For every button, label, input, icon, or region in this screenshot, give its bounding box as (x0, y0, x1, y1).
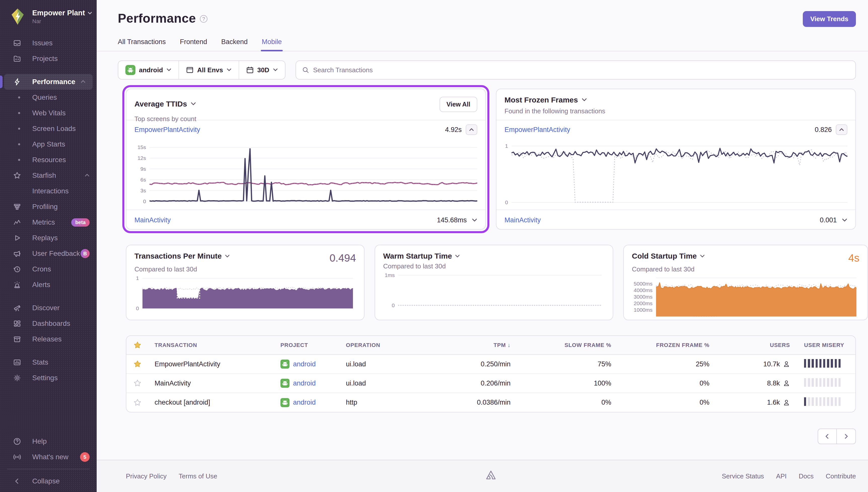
sidebar-item-discover[interactable]: Discover (0, 300, 97, 316)
gear-icon (13, 374, 21, 382)
footer-link-privacy-policy[interactable]: Privacy Policy (126, 472, 167, 480)
sidebar-item-web-vitals[interactable]: Web Vitals (0, 105, 97, 121)
help-circle-icon[interactable]: ? (200, 15, 207, 23)
widget-title[interactable]: Average TTIDs (134, 100, 196, 108)
bullet-icon (18, 112, 20, 114)
sidebar-item-settings[interactable]: Settings (0, 370, 97, 386)
date-filter[interactable]: 30D (239, 61, 285, 79)
environment-filter[interactable]: All Envs (178, 61, 239, 79)
transaction-link[interactable]: MainActivity (148, 374, 273, 393)
user-icon (783, 399, 790, 406)
tpm-cell: 0.206/min (444, 374, 517, 393)
user-misery-bars (804, 378, 841, 387)
column-header-tpm[interactable]: TPM ↓ (444, 336, 517, 354)
bullet-icon (18, 143, 20, 145)
sidebar-item-help[interactable]: Help (0, 434, 97, 449)
sidebar-item-profiling[interactable]: Profiling (0, 199, 97, 215)
sidebar-item-metrics[interactable]: Metricsbeta (0, 215, 97, 230)
sidebar-item-stats[interactable]: Stats (0, 354, 97, 370)
column-header-transaction[interactable]: TRANSACTION (148, 336, 273, 354)
cold-startup-chart: 1000ms2000ms3000ms4000ms5000ms (632, 273, 860, 320)
svg-text:2000ms: 2000ms (634, 300, 653, 306)
badge: B (81, 249, 90, 258)
svg-text:9s: 9s (141, 166, 146, 172)
sidebar-nav: IssuesProjectsPerformanceQueriesWeb Vita… (0, 35, 97, 386)
transaction-link[interactable]: MainActivity (505, 216, 541, 224)
project-link[interactable]: android (280, 379, 332, 388)
footer-link-contribute[interactable]: Contribute (826, 472, 856, 480)
widget-subtitle: Compared to last 30d (134, 265, 356, 273)
footer-link-api[interactable]: API (776, 472, 787, 480)
view-trends-button[interactable]: View Trends (803, 11, 856, 27)
star-icon[interactable] (133, 379, 142, 387)
user-icon (783, 361, 790, 368)
user-misery-cell (797, 393, 856, 412)
sidebar-item-performance[interactable]: Performance (4, 74, 93, 90)
tab-mobile[interactable]: Mobile (262, 38, 282, 51)
user-misery-cell (797, 374, 856, 393)
widget-title[interactable]: Most Frozen Frames (505, 96, 587, 104)
previous-page-button[interactable] (818, 428, 837, 444)
column-header-operation[interactable]: OPERATION (339, 336, 444, 354)
search-transactions[interactable] (296, 60, 856, 79)
transaction-link[interactable]: EmpowerPlantActivity (148, 354, 273, 374)
broadcast-icon (13, 453, 21, 461)
sidebar-item-collapse[interactable]: Collapse (0, 473, 97, 489)
collapse-row-button[interactable] (836, 124, 847, 135)
sidebar-item-alerts[interactable]: Alerts (0, 277, 97, 293)
column-header-user-misery[interactable]: USER MISERY (797, 336, 856, 354)
column-header-frozen-frame-[interactable]: FROZEN FRAME % (618, 336, 716, 354)
page-filter-bar: android All Envs 30D (118, 60, 285, 79)
sidebar-item-replays[interactable]: Replays (0, 230, 97, 246)
search-input[interactable] (313, 66, 849, 74)
warm-startup-chart: 01ms (383, 270, 605, 310)
tab-frontend[interactable]: Frontend (180, 38, 207, 51)
footer-link-docs[interactable]: Docs (799, 472, 814, 480)
sidebar-item-releases[interactable]: Releases (0, 331, 97, 347)
expand-row-chevron[interactable] (842, 217, 847, 223)
sidebar-item-user-feedback[interactable]: User FeedbackB (0, 246, 97, 261)
widget-title[interactable]: Cold Startup Time (632, 252, 705, 260)
sidebar-item-dashboards[interactable]: Dashboards (0, 316, 97, 331)
project-link[interactable]: android (280, 360, 332, 369)
sidebar-item-starfish[interactable]: Starfish (0, 168, 97, 183)
footer-link-terms-of-use[interactable]: Terms of Use (179, 472, 217, 480)
bullet-icon (18, 96, 20, 98)
footer-link-service-status[interactable]: Service Status (722, 472, 764, 480)
sidebar-item-screen-loads[interactable]: Screen Loads (0, 121, 97, 137)
column-header-project[interactable]: PROJECT (273, 336, 339, 354)
next-page-button[interactable] (837, 428, 856, 444)
project-link[interactable]: android (280, 398, 332, 407)
star-icon[interactable] (133, 399, 142, 407)
profiling-icon (13, 203, 21, 211)
tpm-cell: 0.0386/min (444, 393, 517, 412)
widget-title[interactable]: Warm Startup Time (383, 252, 460, 260)
org-switcher[interactable]: Empower Plant Nar (0, 0, 97, 26)
sidebar-item-resources[interactable]: Resources (0, 152, 97, 168)
transaction-link[interactable]: EmpowerPlantActivity (505, 126, 570, 134)
app-root: Empower Plant Nar IssuesProjectsPerforma… (0, 0, 868, 492)
star-icon[interactable] (133, 341, 142, 349)
transaction-link[interactable]: MainActivity (134, 216, 171, 224)
sidebar-item-app-starts[interactable]: App Starts (0, 137, 97, 152)
sidebar-item-whats-new[interactable]: What's new5 (0, 449, 97, 465)
sidebar-item-queries[interactable]: Queries (0, 90, 97, 105)
sidebar-item-projects[interactable]: Projects (0, 51, 97, 67)
sidebar-item-interactions[interactable]: Interactions (0, 183, 97, 199)
tab-backend[interactable]: Backend (221, 38, 248, 51)
column-header-users[interactable]: USERS (716, 336, 797, 354)
sort-descending-icon[interactable]: ↓ (508, 342, 511, 348)
sidebar-item-crons[interactable]: Crons (0, 261, 97, 277)
tab-all-transactions[interactable]: All Transactions (118, 38, 166, 51)
view-all-button[interactable]: View All (439, 97, 477, 112)
bullet-icon (18, 159, 20, 161)
sidebar-item-issues[interactable]: Issues (0, 35, 97, 51)
collapse-row-button[interactable] (466, 124, 477, 135)
star-icon[interactable] (133, 360, 142, 368)
widget-title[interactable]: Transactions Per Minute (134, 252, 230, 260)
transaction-link[interactable]: EmpowerPlantActivity (134, 126, 200, 134)
transaction-link[interactable]: checkout [android] (148, 393, 273, 412)
project-filter[interactable]: android (118, 61, 178, 79)
expand-row-chevron[interactable] (472, 217, 477, 223)
column-header-slow-frame-[interactable]: SLOW FRAME % (517, 336, 618, 354)
